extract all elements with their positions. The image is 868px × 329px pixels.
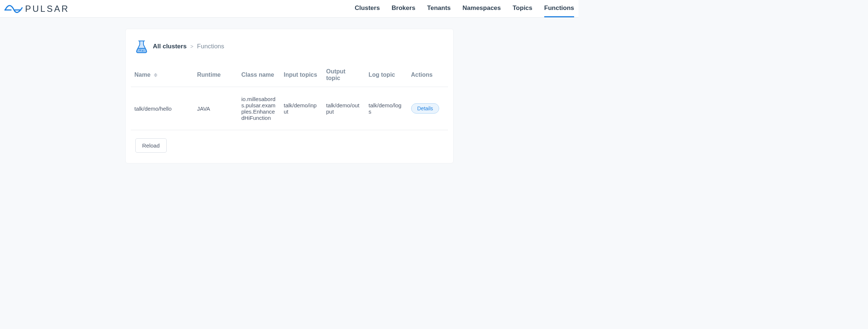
main-nav: Clusters Brokers Tenants Namespaces Topi… — [355, 0, 574, 17]
nav-topics[interactable]: Topics — [513, 0, 532, 17]
col-header-name-label: Name — [135, 72, 151, 78]
col-header-name[interactable]: Name — [131, 63, 194, 87]
nav-tenants[interactable]: Tenants — [427, 0, 451, 17]
table-header-row: Name Runtime Class name Input topics Out… — [131, 63, 448, 87]
cell-log-topic: talk/demo/logs — [365, 87, 407, 130]
reload-button[interactable]: Reload — [135, 138, 167, 153]
table-row: talk/demo/hello JAVA io.millesabords.pul… — [131, 87, 448, 130]
cell-input-topics: talk/demo/input — [280, 87, 323, 130]
pulsar-icon — [4, 3, 23, 14]
details-button[interactable]: Details — [411, 103, 440, 114]
brand-logo[interactable]: PULSAR — [4, 3, 69, 14]
page-body: All clusters > Functions Name Runtime Cl… — [0, 18, 579, 174]
breadcrumb: All clusters > Functions — [126, 39, 453, 59]
breadcrumb-current: Functions — [197, 43, 224, 50]
flask-icon — [135, 39, 148, 53]
cell-runtime: JAVA — [194, 87, 238, 130]
nav-functions[interactable]: Functions — [544, 0, 574, 17]
col-header-input-topics[interactable]: Input topics — [280, 63, 323, 87]
cell-class-name: io.millesabords.pulsar.examples.Enhanced… — [238, 87, 280, 130]
cell-actions: Details — [407, 87, 448, 130]
functions-table: Name Runtime Class name Input topics Out… — [131, 63, 448, 130]
col-header-output-topic[interactable]: Output topic — [323, 63, 365, 87]
sort-icon[interactable] — [154, 73, 157, 77]
col-header-classname[interactable]: Class name — [238, 63, 280, 87]
functions-card: All clusters > Functions Name Runtime Cl… — [125, 29, 454, 163]
nav-namespaces[interactable]: Namespaces — [462, 0, 501, 17]
col-header-actions: Actions — [407, 63, 448, 87]
nav-clusters[interactable]: Clusters — [355, 0, 380, 17]
svg-point-3 — [139, 49, 140, 51]
breadcrumb-root[interactable]: All clusters — [153, 43, 187, 50]
col-header-runtime[interactable]: Runtime — [194, 63, 238, 87]
nav-brokers[interactable]: Brokers — [392, 0, 415, 17]
col-header-log-topic[interactable]: Log topic — [365, 63, 407, 87]
svg-point-4 — [142, 51, 143, 52]
cell-output-topic: talk/demo/output — [323, 87, 365, 130]
brand-text: PULSAR — [25, 4, 69, 14]
cell-name: talk/demo/hello — [131, 87, 194, 130]
header: PULSAR Clusters Brokers Tenants Namespac… — [0, 0, 579, 18]
breadcrumb-separator: > — [190, 44, 193, 49]
